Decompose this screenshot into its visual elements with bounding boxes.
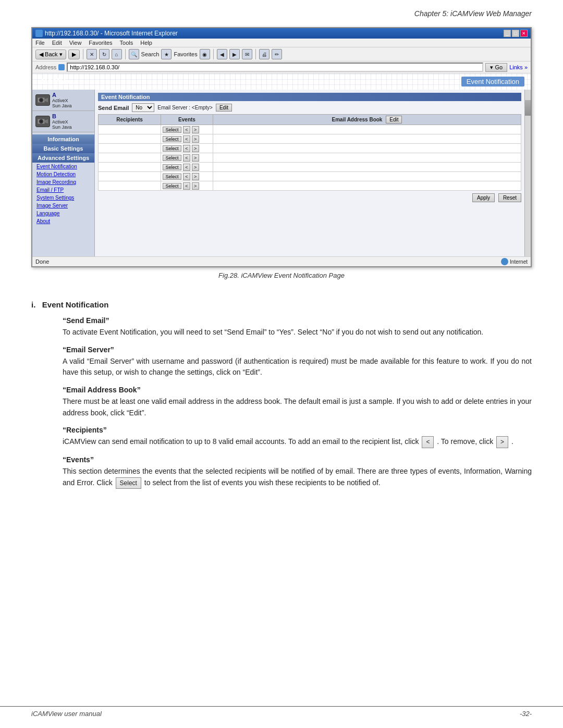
select-button-1[interactable]: Select bbox=[163, 136, 181, 142]
scroll-thumb[interactable] bbox=[525, 100, 531, 116]
print-icon[interactable]: 🖨 bbox=[259, 49, 270, 59]
minimize-button[interactable]: _ bbox=[504, 30, 511, 37]
select-button-4[interactable]: Select bbox=[163, 164, 181, 170]
mail-icon[interactable]: ✉ bbox=[242, 49, 252, 59]
close-button[interactable]: ✕ bbox=[520, 30, 528, 37]
left-arrow-0[interactable]: < bbox=[183, 126, 190, 133]
menu-file[interactable]: File bbox=[35, 40, 45, 46]
edit1-button[interactable]: Edit bbox=[216, 104, 232, 112]
subsection-recipients-label: “Recipients” bbox=[63, 426, 532, 434]
event-cell-5: Select < > bbox=[161, 172, 213, 181]
forward-button[interactable]: ▶ bbox=[68, 50, 80, 59]
menu-tools[interactable]: Tools bbox=[120, 40, 133, 46]
nav-event-notification[interactable]: Event Notification bbox=[32, 163, 94, 170]
left-arrow-4[interactable]: < bbox=[183, 164, 190, 171]
stop-icon[interactable]: ✕ bbox=[87, 49, 97, 59]
nav-system-settings[interactable]: System Settings bbox=[32, 194, 94, 202]
select-button-2[interactable]: Select bbox=[163, 145, 181, 152]
right-arrow-4[interactable]: > bbox=[192, 164, 199, 171]
edit2-button[interactable]: Edit bbox=[386, 116, 402, 124]
icam-main: Event Notification Send Email No Yes Ema… bbox=[95, 90, 524, 256]
nav-email-ftp[interactable]: Email / FTP bbox=[32, 186, 94, 194]
maximize-button[interactable]: □ bbox=[512, 30, 519, 37]
recipients-table: Recipients Events Email Address Book Edi… bbox=[98, 114, 521, 191]
app-title: iCAMView bbox=[39, 77, 79, 87]
right-arrow-3[interactable]: > bbox=[192, 154, 199, 162]
camera-a-item[interactable]: A ActiveX Sun Java bbox=[32, 90, 94, 111]
select-button-0[interactable]: Select bbox=[163, 127, 181, 133]
back-button[interactable]: ◀ Back ▾ bbox=[35, 50, 66, 59]
event-cell-4: Select < > bbox=[161, 163, 213, 172]
right-arrow-0[interactable]: > bbox=[192, 126, 199, 133]
reset-button[interactable]: Reset bbox=[498, 193, 521, 202]
menu-edit[interactable]: Edit bbox=[52, 40, 62, 46]
home-icon[interactable]: ⌂ bbox=[112, 49, 122, 59]
select-button-3[interactable]: Select bbox=[163, 155, 181, 161]
refresh-icon[interactable]: ↻ bbox=[99, 49, 109, 59]
event-cell-0: Select < > bbox=[161, 125, 213, 134]
search-icon[interactable]: 🔍 bbox=[129, 49, 139, 59]
nav-about[interactable]: About bbox=[32, 217, 94, 225]
section-title: Event Notification bbox=[42, 300, 109, 309]
icam-app: iCAMView Event Notification bbox=[32, 73, 531, 256]
advanced-settings-button[interactable]: Advanced Settings bbox=[32, 153, 94, 163]
left-arrow-6[interactable]: < bbox=[183, 182, 190, 190]
address-input[interactable] bbox=[67, 63, 483, 72]
information-button[interactable]: Information bbox=[32, 134, 94, 144]
favorites-icon[interactable]: ★ bbox=[161, 49, 172, 59]
right-arrow-5[interactable]: > bbox=[192, 173, 199, 180]
status-text: Done bbox=[35, 258, 49, 265]
back2-icon[interactable]: ◀ bbox=[217, 49, 227, 59]
col-address-book: Email Address Book Edit bbox=[213, 115, 521, 125]
send-email-select[interactable]: No Yes bbox=[132, 103, 154, 112]
svg-marker-3 bbox=[45, 98, 48, 102]
left-arrow-5[interactable]: < bbox=[183, 173, 190, 180]
subsection-events-body: This section determines the events that … bbox=[63, 466, 532, 489]
chapter-header: Chapter 5: iCAMView Web Manager bbox=[0, 0, 563, 22]
menu-help[interactable]: Help bbox=[140, 40, 152, 46]
camera-a-info: A ActiveX Sun Java bbox=[52, 92, 72, 108]
add-arrow-button[interactable]: < bbox=[422, 436, 434, 448]
toolbar-sep4 bbox=[255, 49, 256, 59]
nav-motion-detection[interactable]: Motion Detection bbox=[32, 170, 94, 178]
recipient-cell-5 bbox=[99, 172, 161, 181]
left-arrow-3[interactable]: < bbox=[183, 154, 190, 162]
right-arrow-1[interactable]: > bbox=[192, 135, 199, 143]
event-cell-2: Select < > bbox=[161, 144, 213, 153]
remove-arrow-button[interactable]: > bbox=[496, 436, 508, 448]
table-row: Select < > bbox=[99, 172, 521, 181]
go-button[interactable]: ▾ Go bbox=[485, 63, 507, 72]
select-button-6[interactable]: Select bbox=[163, 183, 181, 189]
right-arrow-2[interactable]: > bbox=[192, 145, 199, 152]
menu-view[interactable]: View bbox=[69, 40, 82, 46]
fwd2-icon[interactable]: ▶ bbox=[229, 49, 240, 59]
scrollbar[interactable] bbox=[524, 90, 531, 256]
table-row: Select < > bbox=[99, 134, 521, 144]
nav-image-server[interactable]: Image Server bbox=[32, 202, 94, 209]
edit2-icon[interactable]: ✏ bbox=[272, 49, 282, 59]
titlebar-left: http://192.168.0.30/ - Microsoft Interne… bbox=[35, 30, 178, 37]
right-arrow-6[interactable]: > bbox=[192, 182, 199, 190]
toolbar-sep3 bbox=[213, 49, 214, 59]
section-title: Event Notification bbox=[461, 77, 524, 87]
links-button[interactable]: Links » bbox=[509, 64, 528, 70]
basic-settings-button[interactable]: Basic Settings bbox=[32, 144, 94, 153]
col-events: Events bbox=[161, 115, 213, 125]
media-icon[interactable]: ◉ bbox=[200, 49, 210, 59]
select-inline-button[interactable]: Select bbox=[116, 477, 141, 489]
left-arrow-1[interactable]: < bbox=[183, 135, 190, 143]
recipient-cell-3 bbox=[99, 153, 161, 163]
camera-a-line1: ActiveX bbox=[52, 98, 72, 103]
page-footer: iCAMView user manual -32- bbox=[0, 706, 563, 718]
select-button-5[interactable]: Select bbox=[163, 174, 181, 180]
left-arrow-2[interactable]: < bbox=[183, 145, 190, 152]
doc-content: i. Event Notification “Send Email” To ac… bbox=[0, 290, 563, 510]
browser-controls[interactable]: _ □ ✕ bbox=[504, 30, 528, 37]
table-row: Select < > bbox=[99, 125, 521, 134]
nav-language[interactable]: Language bbox=[32, 209, 94, 217]
apply-button[interactable]: Apply bbox=[472, 193, 495, 202]
nav-image-recording[interactable]: Image Recording bbox=[32, 178, 94, 186]
menu-favorites[interactable]: Favorites bbox=[89, 40, 112, 46]
zone-label: Internet bbox=[510, 259, 528, 265]
camera-b-item[interactable]: B ActiveX Sun Java bbox=[32, 111, 94, 132]
